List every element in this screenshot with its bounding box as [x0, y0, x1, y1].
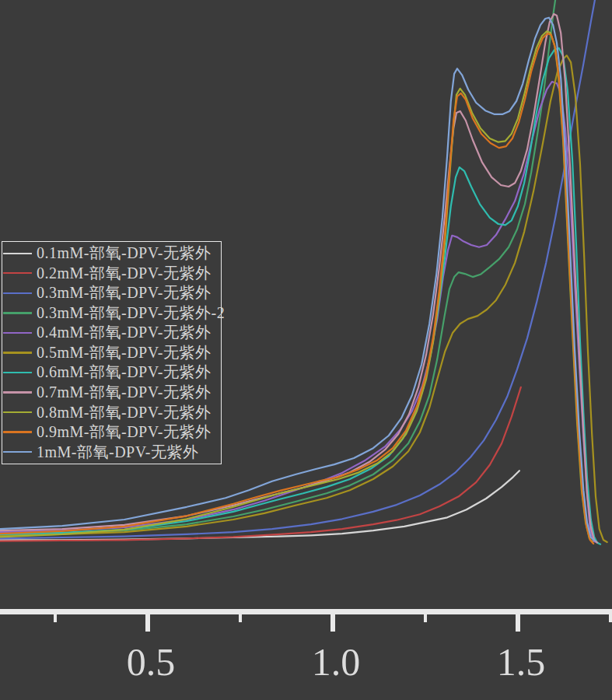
x-axis-tick-label: 1.5 — [497, 640, 546, 684]
legend-label: 0.3mM-部氧-DPV-无紫外-2 — [37, 303, 225, 324]
dpv-chart: 0.51.01.5 0.1mM-部氧-DPV-无紫外0.2mM-部氧-DPV-无… — [0, 0, 612, 700]
legend-label: 0.6mM-部氧-DPV-无紫外 — [37, 362, 212, 383]
legend-item: 0.5mM-部氧-DPV-无紫外 — [3, 343, 221, 362]
legend-item: 0.7mM-部氧-DPV-无紫外 — [3, 383, 221, 401]
x-axis-major-tick — [330, 614, 335, 632]
legend-line-swatch — [3, 312, 32, 313]
legend-label: 0.5mM-部氧-DPV-无紫外 — [37, 342, 212, 363]
legend-box: 0.1mM-部氧-DPV-无紫外0.2mM-部氧-DPV-无紫外0.3mM-部氧… — [2, 241, 222, 464]
legend-item: 0.3mM-部氧-DPV-无紫外-2 — [3, 303, 221, 322]
legend-line-swatch — [3, 253, 32, 254]
legend-label: 0.4mM-部氧-DPV-无紫外 — [37, 322, 212, 343]
x-axis-line — [0, 609, 612, 614]
x-axis-major-tick — [145, 614, 150, 632]
legend-item: 0.4mM-部氧-DPV-无紫外 — [3, 324, 221, 342]
legend-item: 0.3mM-部氧-DPV-无紫外 — [3, 284, 221, 303]
legend-label: 0.9mM-部氧-DPV-无紫外 — [37, 422, 212, 443]
legend-item: 0.2mM-部氧-DPV-无紫外 — [3, 264, 221, 282]
legend-label: 0.8mM-部氧-DPV-无紫外 — [37, 402, 212, 423]
legend-line-swatch — [3, 332, 32, 334]
x-axis-minor-tick — [239, 614, 242, 622]
legend-line-swatch — [3, 451, 32, 453]
legend-item: 0.1mM-部氧-DPV-无紫外 — [3, 244, 221, 263]
legend-item: 0.8mM-部氧-DPV-无紫外 — [3, 403, 221, 422]
x-axis-major-tick — [516, 614, 520, 632]
x-axis-tick-label: 1.0 — [312, 640, 361, 684]
x-axis-tick-label: 0.5 — [127, 640, 176, 684]
legend-label: 1mM-部氧-DPV-无紫外 — [37, 442, 199, 463]
legend-label: 0.7mM-部氧-DPV-无紫外 — [37, 382, 212, 403]
legend-item: 1mM-部氧-DPV-无紫外 — [3, 443, 221, 461]
legend-item: 0.6mM-部氧-DPV-无紫外 — [3, 363, 221, 382]
x-axis-minor-tick — [609, 614, 612, 622]
legend-line-swatch — [3, 372, 32, 373]
x-axis-minor-tick — [424, 614, 427, 622]
legend-item: 0.9mM-部氧-DPV-无紫外 — [3, 423, 221, 442]
legend-label: 0.3mM-部氧-DPV-无紫外 — [37, 282, 212, 303]
legend-line-swatch — [3, 352, 32, 353]
legend-line-swatch — [3, 411, 32, 413]
legend-line-swatch — [3, 292, 32, 294]
legend-label: 0.2mM-部氧-DPV-无紫外 — [37, 263, 212, 284]
legend-line-swatch — [3, 391, 32, 393]
legend-label: 0.1mM-部氧-DPV-无紫外 — [37, 243, 212, 264]
legend-line-swatch — [3, 431, 32, 432]
legend-line-swatch — [3, 272, 32, 274]
x-axis-minor-tick — [54, 614, 57, 622]
